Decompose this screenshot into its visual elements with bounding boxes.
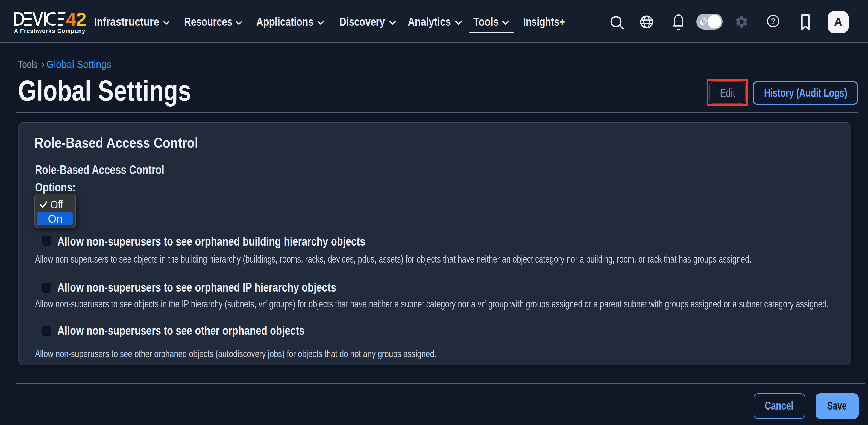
svg-text:?: ? <box>771 17 776 25</box>
svg-text:2: 2 <box>76 12 86 26</box>
svg-text:4: 4 <box>66 12 76 26</box>
